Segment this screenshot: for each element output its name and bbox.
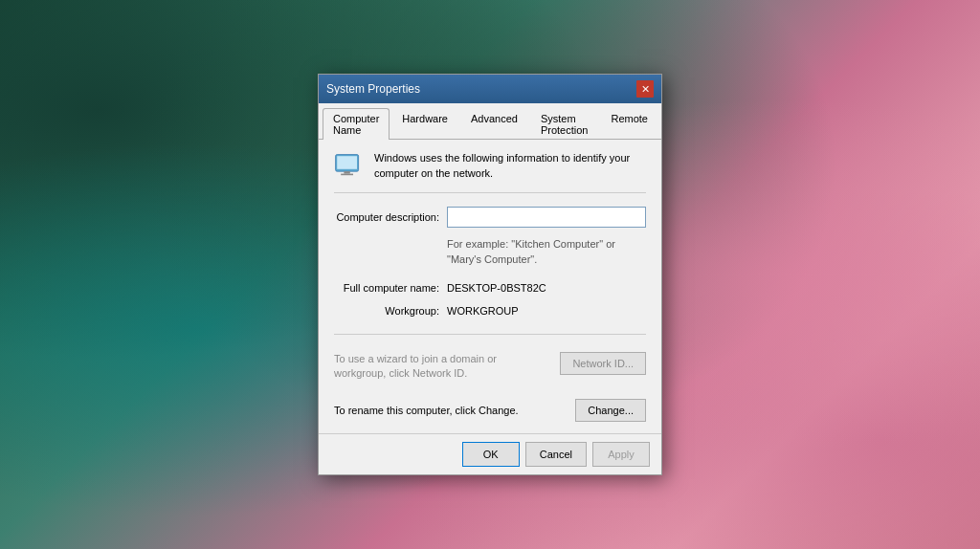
- svg-rect-2: [344, 172, 349, 174]
- ok-button[interactable]: OK: [462, 442, 520, 467]
- dialog-footer: OK Cancel Apply: [319, 433, 661, 474]
- system-properties-dialog: System Properties ✕ Computer Name Hardwa…: [318, 74, 662, 474]
- apply-button[interactable]: Apply: [592, 442, 650, 467]
- dialog-content: Windows uses the following information t…: [319, 140, 661, 432]
- close-button[interactable]: ✕: [636, 80, 654, 98]
- svg-rect-1: [337, 157, 357, 170]
- separator-1: [334, 334, 646, 335]
- tab-computer-name[interactable]: Computer Name: [323, 108, 390, 140]
- dialog-title: System Properties: [326, 82, 420, 96]
- wizard-text: To use a wizard to join a domain or work…: [334, 352, 560, 382]
- workgroup-label: Workgroup:: [334, 305, 439, 317]
- dialog-titlebar: System Properties ✕: [319, 75, 661, 103]
- dialog-overlay: System Properties ✕ Computer Name Hardwa…: [0, 0, 980, 549]
- tab-advanced[interactable]: Advanced: [460, 108, 528, 140]
- full-computer-name-label: Full computer name:: [334, 282, 439, 294]
- svg-rect-3: [341, 174, 353, 176]
- workgroup-value: WORKGROUP: [447, 305, 519, 317]
- computer-description-label: Computer description:: [334, 211, 439, 223]
- cancel-button[interactable]: Cancel: [525, 442, 587, 467]
- rename-section: To rename this computer, click Change. C…: [334, 399, 646, 422]
- rename-text: To rename this computer, click Change.: [334, 405, 519, 416]
- computer-icon: [334, 153, 365, 180]
- tab-hardware[interactable]: Hardware: [391, 108, 458, 140]
- tab-remote[interactable]: Remote: [600, 108, 658, 140]
- tab-system-protection[interactable]: System Protection: [530, 108, 599, 140]
- network-id-button[interactable]: Network ID...: [560, 352, 646, 375]
- info-text: Windows uses the following information t…: [374, 151, 646, 181]
- workgroup-row: Workgroup: WORKGROUP: [334, 305, 646, 317]
- computer-description-input[interactable]: [447, 207, 646, 228]
- full-computer-name-value: DESKTOP-0BST82C: [447, 282, 546, 294]
- computer-description-row: Computer description:: [334, 207, 646, 228]
- tabs-bar: Computer Name Hardware Advanced System P…: [319, 103, 661, 140]
- form-section: Computer description: For example: "Kitc…: [334, 207, 646, 422]
- description-hint: For example: "Kitchen Computer" or "Mary…: [447, 237, 646, 267]
- full-computer-name-row: Full computer name: DESKTOP-0BST82C: [334, 282, 646, 294]
- change-button[interactable]: Change...: [575, 399, 646, 422]
- wizard-section: To use a wizard to join a domain or work…: [334, 352, 646, 382]
- info-section: Windows uses the following information t…: [334, 151, 646, 193]
